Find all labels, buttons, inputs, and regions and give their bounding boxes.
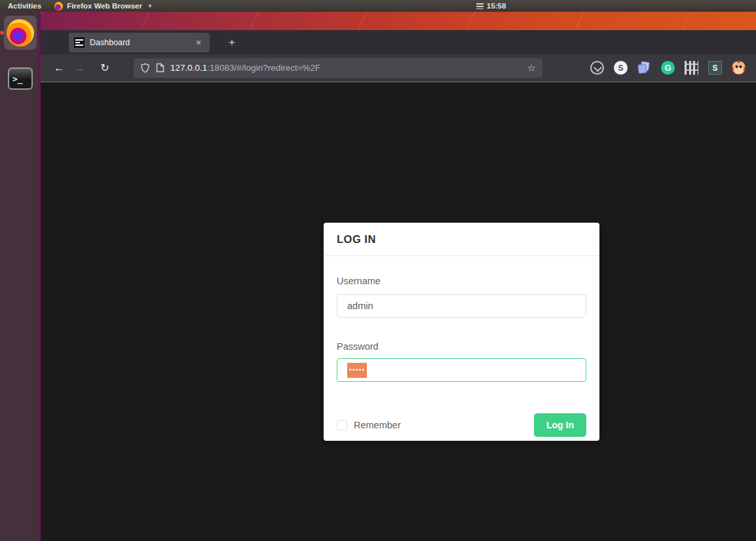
firefox-mini-icon [54, 2, 63, 10]
notes-extension-icon[interactable] [637, 61, 651, 75]
navigation-toolbar: ← → ↻ 127.0.0.1:18083/#/login?redirect=%… [41, 54, 756, 83]
stylus-extension-icon[interactable]: S [708, 61, 722, 75]
tab-title: Dashboard [90, 38, 187, 47]
running-indicator-dot [0, 31, 4, 35]
s-badge-extension-icon[interactable]: S [614, 61, 628, 75]
back-button[interactable]: ← [48, 58, 69, 78]
login-card: LOG IN Username Password ••••• Remember … [324, 223, 599, 441]
password-input[interactable]: ••••• [337, 358, 586, 382]
page-content: LOG IN Username Password ••••• Remember … [41, 84, 756, 541]
clock-time: 15:58 [487, 2, 506, 10]
remember-label[interactable]: Remember [354, 420, 401, 430]
username-label: Username [337, 276, 586, 286]
app-menu-label: Firefox Web Browser [67, 2, 142, 10]
login-card-header: LOG IN [324, 223, 599, 256]
login-button[interactable]: Log In [534, 413, 586, 437]
forward-button[interactable]: → [69, 58, 90, 78]
bookmark-star-icon[interactable]: ☆ [527, 62, 536, 74]
app-menu-button[interactable]: Firefox Web Browser ▼ [49, 0, 158, 12]
ubuntu-dock: >_ [0, 12, 41, 541]
reload-button[interactable]: ↻ [94, 58, 115, 78]
dock-item-firefox[interactable] [4, 16, 37, 50]
chevron-down-icon: ▼ [147, 3, 153, 9]
monkey-extension-icon[interactable] [732, 61, 746, 75]
firefox-icon [7, 19, 34, 47]
dock-item-terminal[interactable]: >_ [4, 62, 37, 96]
new-tab-button[interactable]: + [223, 33, 241, 52]
tab-dashboard[interactable]: Dashboard × [69, 33, 210, 52]
shield-icon[interactable] [140, 63, 150, 73]
tab-bar: Dashboard × + [41, 30, 756, 54]
url-bar[interactable]: 127.0.0.1:18083/#/login?redirect=%2F ☆ [134, 58, 542, 78]
desktop: >_ Activities Firefox Web Browser ▼ 15:5… [0, 0, 756, 541]
weekday-icon [476, 3, 483, 9]
url-host: 127.0.0.1 [170, 63, 207, 73]
pocket-extension-icon[interactable] [590, 61, 604, 75]
dashboard-favicon [74, 37, 85, 48]
password-label: Password [337, 341, 586, 352]
clock-menu[interactable]: 15:58 [476, 0, 506, 12]
fence-extension-icon[interactable] [685, 61, 698, 75]
page-info-icon[interactable] [156, 63, 164, 73]
tab-close-icon[interactable]: × [193, 37, 204, 48]
grammarly-extension-icon[interactable]: G [661, 61, 675, 75]
activities-button[interactable]: Activities [0, 0, 49, 12]
desktop-wallpaper [41, 12, 756, 30]
extension-toolbar: S G S [590, 61, 746, 75]
password-masked-selection: ••••• [347, 363, 367, 378]
login-footer: Remember Log In [337, 413, 586, 437]
firefox-window: Dashboard × + ← → ↻ 127.0.0. [41, 30, 756, 541]
url-text[interactable]: 127.0.0.1:18083/#/login?redirect=%2F [170, 63, 521, 73]
remember-checkbox[interactable] [337, 420, 347, 430]
login-title: LOG IN [337, 233, 376, 246]
gnome-top-bar: Activities Firefox Web Browser ▼ 15:58 [0, 0, 756, 12]
login-card-body: Username Password ••••• Remember Log In [324, 256, 599, 437]
url-path: :18083/#/login?redirect=%2F [207, 63, 320, 73]
terminal-icon: >_ [8, 67, 33, 90]
username-input[interactable] [337, 294, 586, 318]
